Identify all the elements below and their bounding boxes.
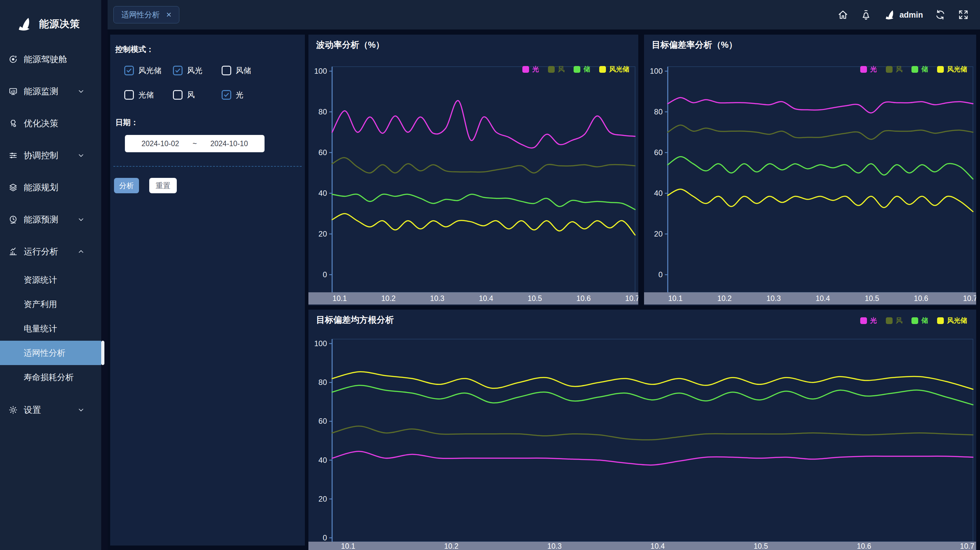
legend-label: 光	[532, 65, 539, 74]
sidebar-item-label: 能源预测	[24, 214, 58, 225]
mode-option-2[interactable]: 风储	[222, 65, 297, 76]
gear-icon	[8, 405, 18, 415]
legend-swatch-icon	[574, 66, 580, 73]
checkbox-unchecked-icon[interactable]	[124, 90, 134, 100]
legend-item-2[interactable]: 储	[912, 65, 928, 74]
x-axis-label: 10.1	[341, 542, 355, 550]
legend-item-0[interactable]: 光	[860, 316, 877, 325]
checkbox-unchecked-icon[interactable]	[173, 90, 183, 100]
sidebar-item-operation-analysis[interactable]: 运行分析	[0, 236, 101, 268]
checkbox-unchecked-icon[interactable]	[222, 66, 231, 75]
legend-swatch-icon	[937, 317, 944, 324]
svg-text:100: 100	[650, 67, 663, 75]
analyze-button[interactable]: 分析	[114, 178, 139, 193]
gauge-icon	[8, 54, 18, 64]
svg-text:20: 20	[318, 494, 327, 503]
refresh-icon[interactable]	[934, 9, 946, 21]
mode-section-label: 控制模式：	[115, 44, 154, 54]
data-zoom-slider[interactable]: 10.110.210.310.410.510.610.7	[309, 542, 976, 550]
sidebar-scrollbar-track[interactable]	[101, 0, 108, 550]
sidebar-item-energy-monitoring[interactable]: 能源监测	[0, 75, 101, 107]
topbar-actions: admin	[837, 8, 969, 21]
data-zoom-slider[interactable]: 10.110.210.310.410.510.610.7	[644, 292, 976, 304]
x-axis-label: 10.6	[576, 294, 591, 303]
svg-text:60: 60	[318, 148, 327, 157]
chart-canvas: 02040608010010.110.210.310.410.510.610.7	[309, 326, 976, 550]
sidebar-item-label: 设置	[24, 404, 41, 416]
legend-swatch-icon	[599, 66, 606, 73]
legend-item-3[interactable]: 风光储	[599, 65, 629, 74]
chevron-down-icon	[77, 87, 85, 96]
legend-item-3[interactable]: 风光储	[937, 65, 967, 74]
sidebar-item-label: 能源规划	[24, 182, 58, 193]
sidebar-item-life-loss-analysis[interactable]: 寿命损耗分析	[0, 365, 101, 389]
sidebar-item-settings[interactable]: 设置	[0, 394, 101, 426]
fullscreen-icon[interactable]	[958, 9, 969, 21]
svg-text:100: 100	[314, 339, 327, 348]
svg-text:40: 40	[318, 189, 327, 198]
chart-plot-svg: 020406080100	[309, 326, 976, 542]
sidebar-item-label: 资源统计	[24, 274, 57, 285]
sidebar-item-optimization-decision[interactable]: 优化决策	[0, 107, 101, 139]
sidebar-item-grid-adaptability-analysis[interactable]: 适网性分析	[0, 341, 101, 365]
tab-grid-adaptability[interactable]: 适网性分析 ×	[113, 6, 179, 23]
checkbox-checked-icon[interactable]	[173, 66, 183, 75]
home-icon[interactable]	[837, 9, 849, 21]
x-axis-label: 10.3	[766, 294, 781, 303]
legend-swatch-icon	[912, 66, 918, 73]
sidebar-item-resource-statistics[interactable]: 资源统计	[0, 268, 101, 292]
x-axis-label: 10.2	[718, 294, 732, 303]
x-axis-label: 10.2	[382, 294, 396, 303]
legend-item-1[interactable]: 风	[548, 65, 565, 74]
bell-icon[interactable]	[860, 9, 872, 21]
avatar-sail-icon	[883, 8, 896, 21]
sidebar-item-label: 协调控制	[24, 150, 58, 161]
reset-button[interactable]: 重置	[149, 178, 177, 193]
chevron-down-icon	[77, 151, 85, 159]
legend-swatch-icon	[860, 317, 867, 324]
mode-option-1[interactable]: 风光	[173, 65, 222, 76]
legend-item-1[interactable]: 风	[886, 65, 902, 74]
mode-option-5[interactable]: 光	[222, 90, 297, 100]
chart-canvas: 02040608010010.110.210.310.410.510.610.7	[644, 51, 976, 305]
sidebar-item-energy-planning[interactable]: 能源规划	[0, 172, 101, 204]
x-axis-label: 10.4	[651, 542, 665, 550]
sidebar-item-energy-cockpit[interactable]: 能源驾驶舱	[0, 43, 101, 75]
close-icon[interactable]: ×	[166, 10, 171, 19]
sidebar-item-asset-utilization[interactable]: 资产利用	[0, 292, 101, 316]
legend-item-0[interactable]: 光	[522, 65, 539, 74]
x-axis-label: 10.7	[960, 542, 975, 550]
x-axis-label: 10.4	[479, 294, 493, 303]
chart-title: 目标偏差率分析（%）	[652, 39, 737, 51]
mode-option-label: 光	[236, 90, 243, 100]
chart-title: 目标偏差均方根分析	[316, 314, 394, 326]
date-range-input[interactable]: 2024-10-02 ~ 2024-10-10	[125, 135, 264, 152]
checkbox-checked-icon[interactable]	[124, 66, 134, 75]
legend-label: 风	[558, 65, 565, 74]
x-axis-label: 10.1	[332, 294, 347, 303]
legend-item-3[interactable]: 风光储	[937, 316, 967, 325]
legend-swatch-icon	[937, 66, 944, 73]
legend-item-2[interactable]: 储	[574, 65, 590, 74]
mode-option-0[interactable]: 风光储	[124, 65, 173, 76]
sidebar-item-electricity-statistics[interactable]: 电量统计	[0, 316, 101, 341]
sidebar-item-energy-forecast[interactable]: 能源预测	[0, 204, 101, 236]
x-axis-label: 10.6	[857, 542, 871, 550]
sidebar-scrollbar-thumb[interactable]	[101, 341, 104, 365]
legend-swatch-icon	[912, 317, 918, 324]
legend-item-2[interactable]: 储	[912, 316, 928, 325]
data-zoom-slider[interactable]: 10.110.210.310.410.510.610.7	[309, 292, 638, 304]
mode-option-3[interactable]: 光储	[124, 90, 173, 100]
mode-option-4[interactable]: 风	[173, 90, 222, 100]
legend-label: 光	[870, 316, 877, 325]
chart-plot-svg: 020406080100	[644, 51, 976, 292]
legend-swatch-icon	[886, 66, 892, 73]
legend-label: 光	[870, 65, 877, 74]
sidebar-item-coordination-control[interactable]: 协调控制	[0, 139, 101, 172]
user-menu[interactable]: admin	[883, 8, 923, 21]
legend-item-0[interactable]: 光	[860, 65, 877, 74]
sidebar-item-label: 电量统计	[24, 323, 57, 334]
legend-item-1[interactable]: 风	[886, 316, 902, 325]
tab-label: 适网性分析	[121, 10, 160, 20]
checkbox-checked-icon[interactable]	[222, 90, 231, 100]
